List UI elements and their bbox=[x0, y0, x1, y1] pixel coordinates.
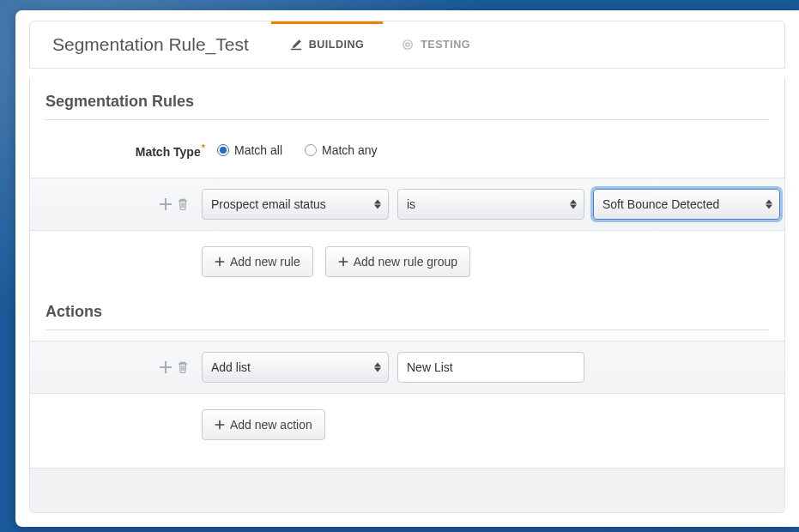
tab-building-label: BUILDING bbox=[309, 39, 364, 51]
page-title-text: Segmentation Rule_Test bbox=[52, 34, 249, 55]
rule-controls: Prospect email status is Soft Bounce Det… bbox=[202, 189, 797, 220]
action-row-handles bbox=[30, 360, 202, 374]
trash-icon[interactable] bbox=[176, 197, 190, 211]
radio-match-any[interactable]: Match any bbox=[305, 143, 378, 157]
action-buttons-row: Add new action bbox=[30, 394, 784, 464]
action-row: Add list New List bbox=[30, 341, 784, 394]
rule-field-select[interactable]: Prospect email status bbox=[202, 189, 389, 220]
add-new-action-button[interactable]: Add new action bbox=[202, 409, 325, 440]
plus-icon bbox=[338, 257, 348, 267]
tab-testing-label: TESTING bbox=[421, 39, 470, 51]
section-title-rules: Segmentation Rules bbox=[30, 91, 784, 119]
tabs-container: Segmentation Rule_Test BUILDING TESTING bbox=[15, 10, 799, 69]
spacer bbox=[30, 330, 784, 341]
rule-operator-select[interactable]: is bbox=[397, 189, 584, 220]
panel-wrap: Segmentation Rules Match Type* Match all bbox=[15, 69, 799, 527]
tab-bar: Segmentation Rule_Test BUILDING TESTING bbox=[29, 21, 785, 69]
plus-icon bbox=[215, 257, 225, 267]
panel: Segmentation Rules Match Type* Match all bbox=[29, 77, 785, 513]
radio-label-all: Match all bbox=[234, 143, 282, 157]
add-action-label: Add new action bbox=[230, 418, 312, 432]
rule-row: Prospect email status is Soft Bounce Det… bbox=[30, 178, 784, 231]
action-type-value: Add list bbox=[211, 360, 251, 374]
add-new-rule-button[interactable]: Add new rule bbox=[202, 246, 313, 277]
plus-icon[interactable] bbox=[159, 360, 173, 374]
target-icon bbox=[402, 39, 414, 51]
rule-field-value: Prospect email status bbox=[211, 197, 326, 211]
rule-row-handles bbox=[30, 197, 202, 211]
app-window: Segmentation Rule_Test BUILDING TESTING … bbox=[15, 10, 799, 527]
select-caret-icon bbox=[374, 199, 381, 209]
add-rule-group-label: Add new rule group bbox=[354, 255, 457, 269]
plus-icon[interactable] bbox=[159, 197, 173, 211]
match-type-label-cell: Match Type* bbox=[45, 142, 217, 159]
rule-value-select[interactable]: Soft Bounce Detected bbox=[593, 189, 780, 220]
action-target-input[interactable]: New List bbox=[397, 352, 584, 383]
add-new-rule-group-button[interactable]: Add new rule group bbox=[325, 246, 470, 277]
radio-icon bbox=[305, 144, 317, 156]
radio-label-any: Match any bbox=[322, 143, 378, 157]
section-title-actions: Actions bbox=[30, 301, 784, 329]
match-type-row: Match Type* Match all Match any bbox=[30, 120, 784, 178]
trash-icon[interactable] bbox=[176, 360, 190, 374]
radio-icon bbox=[217, 144, 229, 156]
select-caret-icon bbox=[766, 199, 772, 209]
tab-building[interactable]: BUILDING bbox=[271, 21, 383, 68]
rule-buttons-row: Add new rule Add new rule group bbox=[30, 231, 784, 301]
required-star: * bbox=[202, 142, 205, 153]
select-caret-icon bbox=[570, 199, 577, 209]
add-rule-label: Add new rule bbox=[230, 255, 300, 269]
rule-value-text: Soft Bounce Detected bbox=[602, 197, 719, 211]
match-type-label: Match Type bbox=[136, 145, 201, 159]
svg-point-0 bbox=[403, 40, 413, 50]
page-title: Segmentation Rule_Test bbox=[30, 21, 271, 68]
match-type-radio-group: Match all Match any bbox=[217, 143, 378, 157]
svg-point-1 bbox=[406, 43, 409, 46]
action-type-select[interactable]: Add list bbox=[202, 352, 389, 383]
select-caret-icon bbox=[374, 362, 381, 372]
pencil-square-icon bbox=[290, 39, 302, 51]
plus-icon bbox=[215, 420, 225, 430]
panel-inner: Segmentation Rules Match Type* Match all bbox=[30, 77, 784, 464]
panel-footer bbox=[30, 468, 784, 512]
action-target-value: New List bbox=[407, 360, 453, 374]
action-controls: Add list New List bbox=[202, 352, 784, 383]
radio-match-all[interactable]: Match all bbox=[217, 143, 282, 157]
rule-operator-value: is bbox=[407, 197, 415, 211]
tab-testing[interactable]: TESTING bbox=[383, 21, 489, 68]
